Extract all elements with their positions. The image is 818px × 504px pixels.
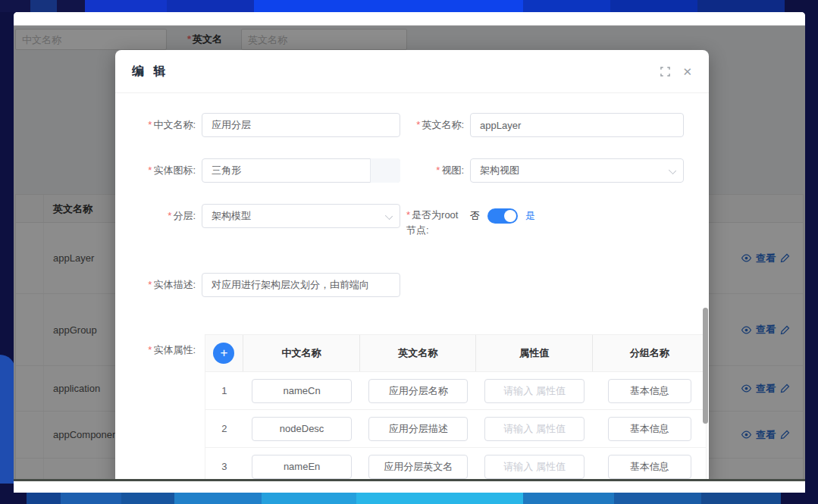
attr-name-cn-input[interactable] [252,455,353,479]
is-root-toggle[interactable] [487,208,518,224]
view-label: *视图: [406,158,464,183]
modal-title: 编 辑 [132,64,168,80]
window-bottom-bar [14,481,805,492]
add-attr-button[interactable]: + [213,343,234,364]
is-root-on-label: 是 [525,209,535,223]
attr-header-name-en: 英文名称 [360,335,476,371]
name-cn-label: *中文名称: [127,113,196,137]
entity-desc-input[interactable] [202,273,400,297]
modal-body: *中文名称: *英文名称: *实体图标: *视图: [115,93,709,479]
fullscreen-icon[interactable] [660,67,670,77]
attr-name-en-input[interactable] [368,455,468,479]
name-cn-input[interactable] [202,113,400,137]
attr-name-en-input[interactable] [368,379,468,403]
modal-scrollbar[interactable] [703,308,708,424]
attr-header-attr-value: 属性值 [476,335,594,371]
attr-table-header: + 中文名称 英文名称 属性值 分组名称 [205,335,706,371]
entity-icon-label: *实体图标: [127,158,196,183]
view-select[interactable] [470,158,684,183]
desktop-background: *英文名 英文名称 appLayer 查看 [0,0,818,504]
entity-desc-label: *实体描述: [127,273,196,297]
is-root-off-label: 否 [470,209,480,223]
desktop-bottom-stripes [0,491,818,504]
entity-attrs-label: *实体属性: [127,334,196,357]
attr-value-input[interactable] [484,417,585,441]
attr-group-input[interactable] [608,379,691,403]
app-window: *英文名 英文名称 appLayer 查看 [14,12,805,493]
modal-header: 编 辑 ✕ [115,50,709,93]
attr-name-en-input[interactable] [368,417,468,441]
attr-value-input[interactable] [484,455,585,479]
attr-row: 3 [205,447,706,479]
attr-header-name-cn: 中文名称 [243,335,361,371]
attr-group-input[interactable] [608,417,691,441]
is-root-label: *是否为root节点: [406,204,464,238]
attr-name-cn-input[interactable] [252,379,353,403]
desktop-top-stripes [0,0,818,12]
name-en-label: *英文名称: [406,113,464,137]
attr-value-input[interactable] [484,379,585,403]
attr-name-cn-input[interactable] [252,417,353,441]
attr-header-group: 分组名称 [593,335,706,371]
name-en-input[interactable] [470,113,684,137]
layer-label: *分层: [127,204,196,228]
close-icon[interactable]: ✕ [682,66,692,77]
attr-row-index: 2 [205,423,243,434]
attr-row: 1 [205,371,706,409]
attr-group-input[interactable] [608,455,691,479]
attr-row-index: 1 [205,385,243,396]
entity-icon-preview[interactable] [370,158,400,183]
attr-row-index: 3 [205,461,243,472]
attr-table: + 中文名称 英文名称 属性值 分组名称 1 [205,334,707,479]
desktop-left-curve [0,355,15,484]
window-top-bar [14,12,805,25]
attr-row: 2 [205,409,706,447]
edit-modal: 编 辑 ✕ *中文名称: *英文名称: [115,50,709,479]
page-content: *英文名 英文名称 appLayer 查看 [14,25,805,479]
layer-select[interactable] [202,204,400,228]
